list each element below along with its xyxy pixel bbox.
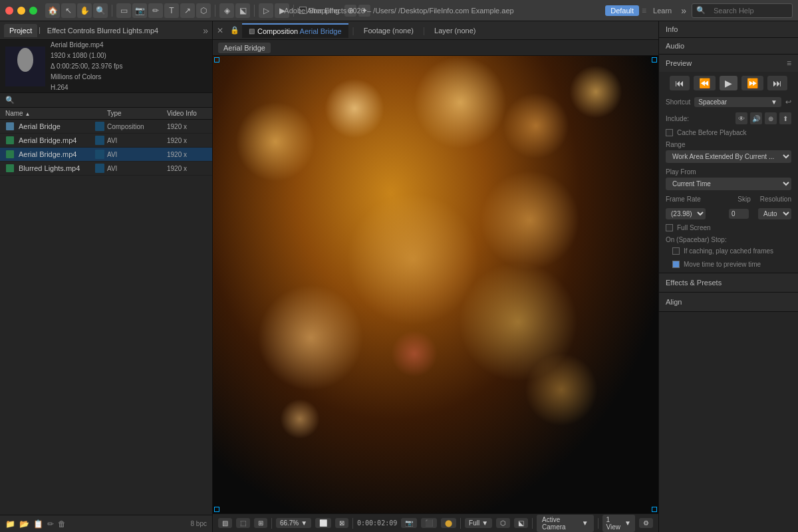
puppet-icon[interactable]: ⬡ (196, 3, 211, 18)
cursor-icon[interactable]: ↖ (61, 3, 76, 18)
eye-icon[interactable]: 👁 (735, 112, 747, 124)
pixel-aspect-btn[interactable]: ⊠ (335, 518, 348, 528)
pen-icon[interactable]: ✏ (148, 3, 163, 18)
render-icon[interactable]: ▶ (275, 3, 289, 18)
preview-header[interactable]: Preview ≡ (659, 55, 798, 72)
next-frame-btn[interactable]: ⏩ (741, 76, 763, 90)
footage-tab[interactable]: Footage (none) (358, 27, 419, 35)
expand-icon[interactable]: » (678, 5, 689, 16)
timecode-display[interactable]: 0:00:02:09 (357, 519, 397, 527)
vt-sep5 (598, 518, 598, 529)
file-type-1: AVI (107, 137, 167, 144)
show-snapshot-btn[interactable]: ⬛ (421, 518, 437, 528)
import-icon[interactable]: 📂 (19, 519, 29, 529)
cache-checkbox[interactable] (666, 129, 673, 136)
zoom-display[interactable]: 66.7%▼ (276, 518, 311, 528)
list-item[interactable]: Aerial Bridge.mp4 AVI 1920 x (0, 134, 212, 148)
list-item[interactable]: Aerial Bridge.mp4 AVI 1920 x (0, 148, 212, 162)
grid-btn[interactable]: ⊞ (254, 518, 267, 528)
label-color-3 (95, 164, 104, 173)
prev-frame-btn[interactable]: ⏪ (694, 76, 716, 90)
main-area: Project | Effect Controls Blurred Lights… (0, 21, 798, 532)
panel-menu-icon[interactable]: » (203, 25, 208, 36)
preview-icon[interactable]: ▷ (259, 3, 273, 18)
camera-icon[interactable]: 📷 (132, 3, 147, 18)
skip-input[interactable] (729, 209, 749, 219)
hand-icon[interactable]: ✋ (77, 3, 92, 18)
fit-btn[interactable]: ⬜ (315, 518, 331, 528)
bokeh-circle (235, 102, 315, 182)
delete-icon[interactable]: 🗑 (58, 519, 66, 529)
minimize-button[interactable] (17, 7, 25, 15)
resolution-dropdown[interactable]: Auto (758, 208, 791, 219)
quality-dropdown[interactable]: Full▼ (465, 518, 492, 528)
home-icon[interactable]: 🏠 (45, 3, 60, 18)
shortcut-dropdown-arrow: ▼ (771, 98, 777, 106)
viewer-settings-btn[interactable]: ⚙ (639, 518, 653, 528)
composition-tab[interactable]: ▧ Composition Aerial Bridge (242, 23, 348, 38)
preview-menu-icon[interactable]: ≡ (787, 59, 791, 68)
cache-frames-checkbox[interactable] (672, 247, 680, 255)
project-search-input[interactable] (17, 96, 207, 104)
effects-presets-header[interactable]: Effects & Presets (659, 273, 798, 292)
workspace-button[interactable]: Default (605, 5, 639, 16)
skip-to-end-btn[interactable]: ⏭ (767, 76, 787, 90)
play-from-dropdown[interactable]: Current Time (666, 178, 791, 190)
preview-label: Preview (666, 59, 692, 67)
zoom-icon[interactable]: 🔍 (93, 3, 108, 18)
vt-sep3 (460, 518, 461, 529)
pixel-info-btn[interactable]: ⬕ (514, 518, 528, 528)
new-folder-icon[interactable]: 📁 (5, 519, 15, 529)
snapshot-btn[interactable]: 📷 (401, 518, 417, 528)
frame-rate-dropdown[interactable]: (23.98) (666, 208, 706, 219)
edit-icon[interactable]: ✏ (47, 519, 54, 529)
magnet-icon[interactable]: ⊕ (344, 5, 356, 17)
preview-controls: ⏮ ⏪ ▶ ⏩ ⏭ (659, 72, 798, 94)
play-btn[interactable]: ▶ (720, 76, 737, 90)
speaker-icon[interactable]: 🔊 (750, 112, 762, 124)
center-area: ✕ 🔒 ▧ Composition Aerial Bridge | Footag… (213, 21, 658, 532)
rect-icon[interactable]: ▭ (116, 3, 131, 18)
file-type-3: AVI (107, 165, 167, 172)
overflow-icon[interactable]: ⊕ (765, 112, 777, 124)
project-tab[interactable]: Project (4, 24, 37, 37)
search-input[interactable] (708, 5, 788, 16)
effect-controls-tab[interactable]: Effect Controls Blurred Lights.mp4 (42, 24, 164, 37)
align-header[interactable]: Align (659, 293, 798, 311)
shortcut-reset-icon[interactable]: ↩ (785, 98, 791, 106)
paint-icon[interactable]: ⬕ (235, 3, 250, 18)
learn-button[interactable]: Learn (649, 5, 676, 16)
panel-tabs: Project | Effect Controls Blurred Lights… (0, 21, 212, 40)
range-dropdown[interactable]: Work Area Extended By Current ... (666, 150, 791, 163)
workspace-area: Default ≡ Learn » 🔍 (605, 3, 793, 18)
view-dropdown[interactable]: 1 View▼ (602, 515, 635, 532)
maximize-button[interactable] (29, 7, 37, 15)
close-button[interactable] (5, 7, 13, 15)
shortcut-dropdown[interactable]: Spacebar ▼ (694, 97, 781, 107)
comp-breadcrumb-label[interactable]: Aerial Bridge (218, 43, 271, 53)
list-item[interactable]: Blurred Lights.mp4 AVI 1920 x (0, 162, 212, 176)
svg-point-1 (17, 48, 33, 72)
toggle-view-btn[interactable]: ▧ (218, 518, 232, 528)
color-btn[interactable]: ⬤ (441, 518, 456, 528)
move-time-checkbox[interactable] (672, 261, 680, 268)
snapping-checkbox[interactable] (299, 7, 307, 14)
layer-tab[interactable]: Layer (none) (429, 27, 481, 35)
skip-to-start-btn[interactable]: ⏮ (670, 76, 690, 90)
fill-icon[interactable]: ◈ (219, 3, 234, 18)
star-icon[interactable]: ✦ (358, 5, 370, 17)
transform-icon[interactable]: ↗ (180, 3, 195, 18)
audio-header[interactable]: Audio (659, 38, 798, 54)
list-item[interactable]: Aerial Bridge Composition 1920 x (0, 120, 212, 134)
display-btn[interactable]: ⬚ (236, 518, 250, 528)
close-tab-icon[interactable]: ✕ (213, 26, 227, 35)
sep3 (254, 5, 255, 17)
info-header[interactable]: Info (659, 21, 798, 37)
active-camera-dropdown[interactable]: Active Camera▼ (537, 515, 594, 532)
new-comp-icon[interactable]: 📋 (33, 519, 43, 529)
fullscreen-checkbox[interactable] (666, 224, 673, 231)
export-icon[interactable]: ⬆ (779, 112, 791, 124)
transparency-btn[interactable]: ⬡ (496, 518, 510, 528)
text-icon[interactable]: T (164, 3, 179, 18)
lock-icon[interactable]: 🔒 (227, 26, 242, 35)
